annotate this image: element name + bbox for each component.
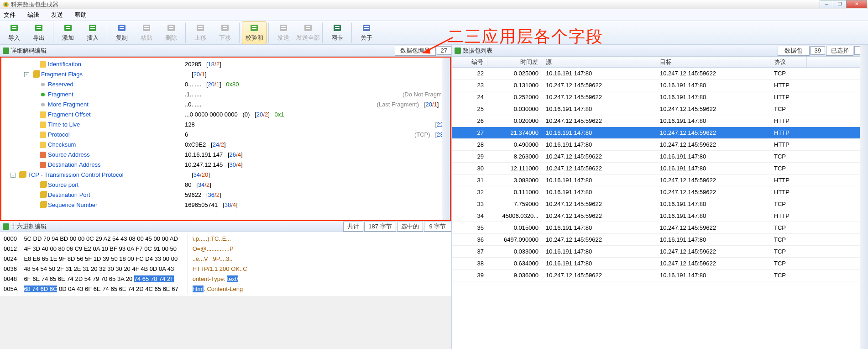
field-icon <box>40 61 46 68</box>
tree-row[interactable]: Sequence Number1696505741 [38/4] <box>1 200 450 210</box>
svg-rect-34 <box>281 28 286 29</box>
close-button[interactable]: ✕ <box>846 0 867 8</box>
packet-row[interactable]: 260.02000010.247.12.145:5962210.16.191.1… <box>452 115 868 127</box>
tree-row[interactable]: -TCP - Transmission Control Protocol[34/… <box>1 170 450 180</box>
hex-ascii-row[interactable]: html..Content-Leng <box>193 284 247 294</box>
toolbar-插入[interactable]: 插入 <box>80 21 105 44</box>
hex-ascii-row[interactable]: \.p.....).TC..E... <box>193 234 247 244</box>
packet-row[interactable]: 350.01500010.16.191.147:8010.247.12.145:… <box>452 222 868 234</box>
toolbar-校验和[interactable]: 校验和 <box>242 21 267 44</box>
column-header[interactable]: 目标 <box>656 57 770 67</box>
tree-row[interactable]: Checksum0xC9E2 [24/2] <box>1 140 450 150</box>
tree-toggle[interactable]: - <box>10 173 16 178</box>
cell-source: 10.16.191.147:80 <box>542 129 656 136</box>
hex-bytes-row[interactable]: 5C DD 70 94 BD 00 00 0C 29 A2 54 43 08 0… <box>24 234 178 244</box>
toolbar-复制[interactable]: 复制 <box>110 21 134 44</box>
toolbar-导入[interactable]: 导入 <box>2 21 26 44</box>
column-header[interactable]: 源 <box>542 57 656 67</box>
hex-bytes-row[interactable]: 48 54 54 50 2F 31 2E 31 20 32 30 30 20 4… <box>24 264 178 274</box>
hex-bytes-row[interactable]: 68 74 6D 6C 0D 0A 43 6F 6E 74 65 6E 74 2… <box>24 284 178 294</box>
scrollbar[interactable] <box>442 58 450 220</box>
column-header[interactable]: 协议 <box>770 57 807 67</box>
hex-ascii-row[interactable]: ..e...V_.9P....3.. <box>193 254 247 264</box>
packet-row[interactable]: 230.13100010.247.12.145:5962210.16.191.1… <box>452 79 868 91</box>
scrollbar[interactable] <box>860 68 868 349</box>
field-value: ...0 0000 0000 0000 (0) [20/2] 0x1 <box>185 110 450 120</box>
tree-row[interactable]: Source port80 [34/2] <box>1 180 450 190</box>
svg-rect-24 <box>198 26 203 27</box>
toolbar-上移[interactable]: 上移 <box>188 21 213 44</box>
packet-row[interactable]: 2721.37400010.16.191.147:8010.247.12.145… <box>452 127 868 139</box>
packet-row[interactable]: 320.11100010.16.191.147:8010.247.12.145:… <box>452 186 868 198</box>
tree-toggle[interactable]: - <box>24 72 29 77</box>
decode-tree[interactable]: Identification20285 [18/2]-Fragment Flag… <box>0 57 451 221</box>
tree-row[interactable]: Fragment Offset...0 0000 0000 0000 (0) [… <box>1 110 450 120</box>
tree-row[interactable]: Source Address10.16.191.147 [26/4] <box>1 150 450 160</box>
titlebar: 科来数据包生成器 – ❐ ✕ <box>0 0 868 9</box>
packet-row[interactable]: 3012.11100010.247.12.145:5962210.16.191.… <box>452 163 868 174</box>
packet-row[interactable]: 380.63400010.16.191.147:8010.247.12.145:… <box>452 258 868 270</box>
toolbar-下移[interactable]: 下移 <box>213 21 237 44</box>
column-header[interactable]: 时间差 <box>487 57 542 67</box>
toolbar-发送全部[interactable]: 发送全部 <box>296 21 320 44</box>
packet-row[interactable]: 3445006.0320...10.247.12.145:5962210.16.… <box>452 210 868 222</box>
tree-row[interactable]: More Fragment..0. ....(Last Fragment) [2… <box>1 100 450 110</box>
field-value: .1.. ....(Do Not Fragment <box>185 90 450 100</box>
packet-row[interactable]: 250.03000010.16.191.147:8010.247.12.145:… <box>452 103 868 115</box>
tree-row[interactable]: Reserved0... .... [20/1] 0x80 <box>1 79 450 90</box>
hex-ascii-row[interactable]: ontent-Type: text/ <box>193 274 247 284</box>
cell-number: 30 <box>452 165 487 172</box>
tree-row[interactable]: Destination Address10.247.12.145 [30/4] <box>1 160 450 170</box>
minimize-button[interactable]: – <box>820 0 833 8</box>
toolbar-发送[interactable]: 发送 <box>271 21 296 44</box>
column-header[interactable]: 编号 <box>452 57 487 67</box>
delete-icon <box>166 24 176 33</box>
packet-row[interactable]: 399.03600010.247.12.145:5962210.16.191.1… <box>452 270 868 281</box>
maximize-button[interactable]: ❐ <box>833 0 847 8</box>
export-icon <box>34 24 44 33</box>
packet-row[interactable]: 220.02500010.16.191.147:8010.247.12.145:… <box>452 68 868 79</box>
menu-文件[interactable]: 文件 <box>4 11 16 19</box>
tree-row[interactable]: Protocol6(TCP) [23/1] <box>1 130 450 140</box>
toolbar-删除[interactable]: 删除 <box>159 21 183 44</box>
menu-编辑[interactable]: 编辑 <box>27 11 39 19</box>
toolbar-关于[interactable]: 关于 <box>354 21 379 44</box>
cell-source: 10.247.12.145:59622 <box>542 82 656 89</box>
toolbar-粘贴[interactable]: 粘贴 <box>134 21 159 44</box>
tree-row[interactable]: Identification20285 [18/2] <box>1 59 450 69</box>
field-label: Destination Port <box>48 190 185 200</box>
menu-帮助[interactable]: 帮助 <box>75 11 87 19</box>
cell-destination: 10.247.12.145:59622 <box>656 106 770 112</box>
packet-row[interactable]: 366497.09000010.247.12.145:5962210.16.19… <box>452 234 868 246</box>
tree-row[interactable]: -Fragment Flags[20/1] <box>1 69 450 79</box>
packet-table-body[interactable]: 220.02500010.16.191.147:8010.247.12.145:… <box>452 68 868 349</box>
packet-row[interactable]: 370.03300010.16.191.147:8010.247.12.145:… <box>452 246 868 258</box>
hex-bytes-row[interactable]: 4F 3D 40 00 80 06 C9 E2 0A 10 BF 93 0A F… <box>24 244 178 254</box>
hex-ascii-row[interactable]: HTTP/1.1 200 OK..C <box>193 264 247 274</box>
hex-panel-header: 十六进制编辑 共计 187 字节 选中的 9 字节 <box>0 221 451 232</box>
toolbar-添加[interactable]: 添加 <box>56 21 80 44</box>
cell-destination: 10.16.191.147:80 <box>656 272 770 279</box>
packet-table-header[interactable]: 编号时间差源目标协议 <box>452 57 868 68</box>
hex-bytes-row[interactable]: E8 E6 65 1E 9F 8D 56 5F 1D 39 50 18 00 F… <box>24 254 178 264</box>
toolbar-网卡[interactable]: 网卡 <box>325 21 350 44</box>
toolbar-导出[interactable]: 导出 <box>26 21 51 44</box>
hex-bytes-row[interactable]: 6F 6E 74 65 6E 74 2D 54 79 70 65 3A 20 7… <box>24 274 178 284</box>
menu-发送[interactable]: 发送 <box>51 11 63 19</box>
packet-row[interactable]: 337.75900010.247.12.145:5962210.16.191.1… <box>452 198 868 210</box>
packet-row[interactable]: 313.08800010.16.191.147:8010.247.12.145:… <box>452 174 868 186</box>
svg-rect-19 <box>144 28 149 29</box>
packet-row[interactable]: 280.49000010.16.191.147:8010.247.12.145:… <box>452 139 868 151</box>
cell-source: 10.16.191.147:80 <box>542 248 656 255</box>
hex-dump[interactable]: 00000012002400360048005A 5C DD 70 94 BD … <box>0 232 451 296</box>
packet-row[interactable]: 298.26300010.247.12.145:5962210.16.191.1… <box>452 151 868 163</box>
tree-row[interactable]: Fragment.1.. ....(Do Not Fragment <box>1 90 450 100</box>
field-label: Identification <box>48 59 185 69</box>
hex-ascii-row[interactable]: O=@..............P <box>193 244 247 254</box>
tree-row[interactable]: Destination Port59622 [36/2] <box>1 190 450 200</box>
cell-destination: 10.247.12.145:59622 <box>656 248 770 255</box>
group-icon <box>19 172 26 178</box>
packet-row[interactable]: 240.25200010.247.12.145:5962210.16.191.1… <box>452 91 868 103</box>
tree-row[interactable]: Time to Live128[22/1] <box>1 120 450 130</box>
cell-protocol: HTTP <box>770 141 807 148</box>
